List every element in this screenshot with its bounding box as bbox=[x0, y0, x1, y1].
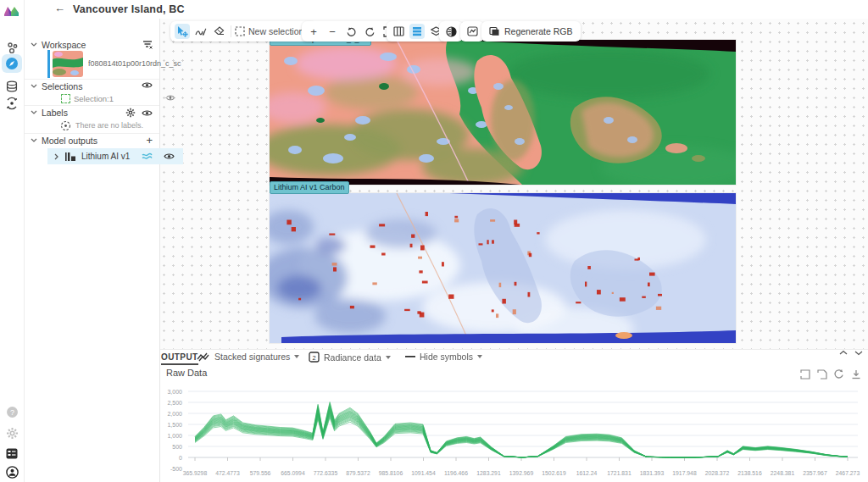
rgb-image-icon bbox=[489, 26, 499, 36]
divider bbox=[24, 133, 159, 134]
visibility-eye-icon[interactable] bbox=[142, 109, 153, 117]
svg-text:500: 500 bbox=[172, 444, 182, 450]
labels-section-header[interactable]: Labels bbox=[24, 107, 159, 119]
no-labels-icon bbox=[60, 120, 71, 131]
rotate-cw-button[interactable] bbox=[362, 24, 377, 39]
svg-text:665.0994: 665.0994 bbox=[281, 470, 305, 476]
labels-empty-text: There are no labels. bbox=[75, 121, 143, 130]
chevron-down-icon bbox=[31, 110, 37, 115]
deployments-icon[interactable] bbox=[3, 95, 20, 112]
application-window: ? ← Vancouver Island, BC Workspace bbox=[0, 0, 868, 482]
add-model-output-icon[interactable]: + bbox=[146, 135, 153, 146]
svg-text:2138.516: 2138.516 bbox=[737, 470, 762, 476]
selected-indicator bbox=[47, 50, 50, 78]
model-overlay-chip: Lithium AI v1 Carbon bbox=[270, 181, 349, 194]
svg-text:2: 2 bbox=[312, 354, 315, 362]
back-button[interactable]: ← bbox=[54, 2, 65, 14]
svg-text:2467.273: 2467.273 bbox=[836, 470, 860, 476]
rotate-ccw-button[interactable] bbox=[343, 24, 359, 39]
svg-text:2357.967: 2357.967 bbox=[803, 470, 827, 476]
model-output-item[interactable]: Lithium AI v1 bbox=[47, 148, 183, 164]
divider bbox=[231, 25, 231, 37]
chevron-down-icon bbox=[31, 84, 37, 89]
help-icon[interactable]: ? bbox=[3, 403, 20, 420]
new-selection-label[interactable]: New selection bbox=[248, 26, 303, 36]
svg-text:2248.381: 2248.381 bbox=[771, 470, 795, 476]
page-title: Vancouver Island, BC bbox=[73, 3, 185, 15]
eraser-tool-button[interactable] bbox=[212, 24, 227, 39]
visibility-eye-icon[interactable] bbox=[142, 81, 153, 89]
signature-wave-icon[interactable] bbox=[142, 152, 153, 160]
columns-layout-button[interactable] bbox=[391, 24, 406, 39]
datasets-icon[interactable] bbox=[3, 78, 20, 95]
svg-text:1,000: 1,000 bbox=[167, 433, 182, 439]
reset-axes-icon[interactable] bbox=[833, 368, 844, 380]
settings-icon[interactable] bbox=[3, 424, 20, 441]
selection-item[interactable]: Selection:1 bbox=[47, 92, 183, 104]
contrast-button[interactable] bbox=[443, 24, 459, 39]
regenerate-rgb-card[interactable]: Regenerate RGB bbox=[481, 21, 581, 42]
panel-expand-icon[interactable] bbox=[839, 350, 848, 356]
output-tab[interactable]: OUTPUT bbox=[161, 352, 198, 365]
stacked-signatures-label: Stacked signatures bbox=[214, 352, 290, 362]
workspaces-icon[interactable] bbox=[3, 39, 20, 56]
model-output-image-strip[interactable] bbox=[270, 193, 736, 343]
stacked-signatures-menu[interactable]: Stacked signatures bbox=[197, 352, 299, 362]
svg-text:1502.619: 1502.619 bbox=[542, 470, 566, 476]
svg-text:472.4773: 472.4773 bbox=[215, 470, 240, 476]
svg-text:?: ? bbox=[9, 407, 14, 416]
image-canvas[interactable]: f080814t01p00r10rdn_c_sc New selection +… bbox=[159, 19, 868, 349]
model-bands-icon bbox=[64, 152, 76, 162]
radiance-data-icon: 2 bbox=[309, 352, 320, 363]
workspace-file-item[interactable]: f080814t01p00r10rdn_c_sc bbox=[47, 50, 183, 78]
file-thumbnail bbox=[53, 51, 83, 77]
expand-chart-icon[interactable] bbox=[799, 368, 810, 380]
svg-text:2,000: 2,000 bbox=[167, 411, 182, 417]
account-icon[interactable] bbox=[3, 463, 20, 480]
labels-settings-gear-icon[interactable] bbox=[125, 108, 136, 118]
file-name: f080814t01p00r10rdn_c_sc bbox=[88, 59, 181, 68]
workspace-section-header[interactable]: Workspace bbox=[24, 39, 159, 51]
chevron-right-icon[interactable] bbox=[54, 153, 59, 160]
hide-symbols-menu[interactable]: Hide symbols bbox=[405, 352, 482, 362]
panel-collapse-icon[interactable] bbox=[854, 350, 863, 356]
labels-section-label: Labels bbox=[42, 108, 68, 118]
new-selection-box-icon bbox=[235, 26, 245, 36]
zoom-out-button[interactable]: − bbox=[325, 24, 340, 39]
move-tool-button[interactable] bbox=[175, 24, 190, 39]
svg-text:879.5372: 879.5372 bbox=[346, 470, 370, 476]
explore-icon[interactable] bbox=[2, 54, 22, 73]
caret-down-icon bbox=[477, 355, 482, 358]
visibility-eye-icon[interactable] bbox=[164, 152, 175, 160]
zoom-in-button[interactable]: + bbox=[306, 24, 321, 39]
spectral-signatures-chart[interactable]: 3,0002,5002,0001,5001,0005000-500365.929… bbox=[159, 382, 868, 482]
svg-text:2,500: 2,500 bbox=[167, 400, 182, 406]
svg-text:579.556: 579.556 bbox=[250, 470, 271, 476]
rgb-image-strip[interactable] bbox=[270, 40, 736, 185]
changelog-icon[interactable] bbox=[3, 445, 20, 462]
histogram-button[interactable] bbox=[465, 24, 480, 39]
rows-layout-button[interactable] bbox=[409, 24, 425, 39]
hide-symbols-icon bbox=[405, 355, 415, 358]
download-chart-icon[interactable] bbox=[850, 368, 861, 380]
chevron-down-icon bbox=[31, 138, 37, 143]
crop-region-icon[interactable] bbox=[816, 368, 827, 380]
radiance-data-menu[interactable]: 2 Radiance data bbox=[309, 352, 391, 363]
svg-text:1,500: 1,500 bbox=[167, 422, 182, 428]
freehand-draw-tool-button[interactable] bbox=[193, 24, 209, 39]
contrast-toolbar bbox=[439, 21, 463, 42]
selection-toolbar: New selection bbox=[170, 21, 316, 42]
output-panel: OUTPUT Stacked signatures 2 Radiance dat… bbox=[159, 349, 868, 482]
visibility-eye-icon[interactable] bbox=[165, 94, 175, 102]
svg-text:-500: -500 bbox=[170, 466, 182, 472]
radiance-data-label: Radiance data bbox=[324, 352, 381, 363]
filter-icon[interactable] bbox=[142, 40, 153, 49]
selection-item-label: Selection:1 bbox=[74, 94, 114, 103]
caret-down-icon bbox=[386, 356, 391, 359]
svg-text:0: 0 bbox=[179, 455, 182, 461]
svg-text:1392.969: 1392.969 bbox=[509, 470, 534, 476]
svg-text:1721.831: 1721.831 bbox=[607, 470, 632, 476]
selections-section-header[interactable]: Selections bbox=[24, 80, 159, 92]
model-outputs-section-header[interactable]: Model outputs + bbox=[24, 135, 159, 147]
regenerate-rgb-label: Regenerate RGB bbox=[504, 26, 573, 36]
